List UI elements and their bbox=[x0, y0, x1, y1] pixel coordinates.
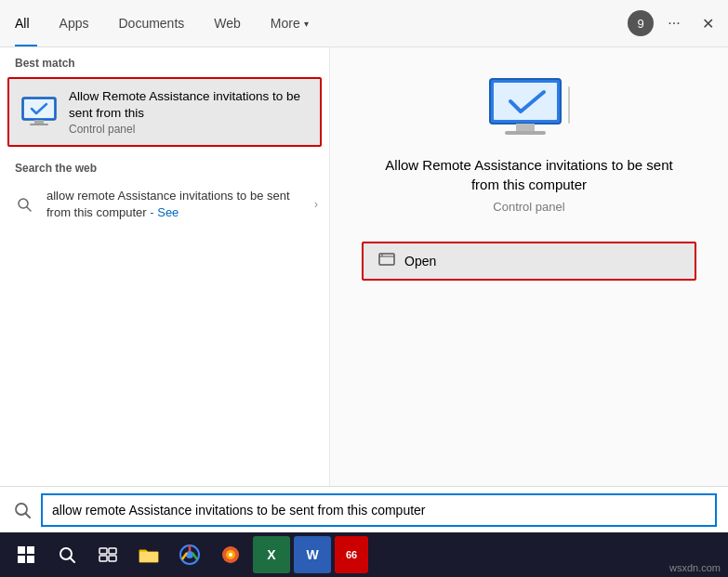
start-button[interactable] bbox=[7, 536, 45, 573]
search-bar-icon bbox=[11, 502, 33, 518]
svg-rect-7 bbox=[494, 83, 557, 120]
svg-line-15 bbox=[26, 514, 30, 518]
window-icon bbox=[378, 253, 395, 266]
svg-rect-22 bbox=[99, 548, 107, 554]
svg-rect-9 bbox=[505, 131, 546, 135]
search-icon bbox=[14, 502, 31, 518]
excel-icon: X bbox=[267, 547, 275, 562]
taskbar: X W 66 wsxdn.com bbox=[0, 532, 728, 577]
tab-more-label: More bbox=[271, 16, 300, 31]
svg-rect-23 bbox=[109, 548, 116, 554]
tab-documents-label: Documents bbox=[118, 16, 184, 31]
svg-rect-25 bbox=[109, 556, 116, 561]
taskview-icon bbox=[99, 547, 117, 562]
svg-rect-10 bbox=[568, 86, 570, 124]
word-icon: W bbox=[306, 547, 318, 562]
best-match-app-icon bbox=[20, 94, 58, 131]
open-button-wrapper: Open bbox=[362, 242, 696, 281]
web-result-item[interactable]: allow remote Assistance invitations to b… bbox=[0, 178, 329, 230]
taskbar-app7-button[interactable]: 66 bbox=[335, 536, 368, 573]
taskbar-search-icon bbox=[59, 546, 75, 563]
open-button-label: Open bbox=[404, 254, 436, 269]
web-search-icon bbox=[11, 191, 37, 217]
close-icon: ✕ bbox=[702, 15, 714, 33]
tab-web[interactable]: Web bbox=[199, 0, 256, 46]
right-panel: Allow Remote Assistance invitations to b… bbox=[330, 47, 728, 486]
search-input[interactable] bbox=[41, 493, 717, 527]
content-area: Best match Allow Remote bbox=[0, 47, 728, 486]
monitor-icon bbox=[20, 96, 58, 129]
taskbar-firefox-button[interactable] bbox=[212, 536, 249, 573]
more-dropdown-arrow: ▾ bbox=[304, 19, 309, 29]
svg-line-5 bbox=[27, 207, 31, 211]
search-circle-icon bbox=[17, 197, 32, 212]
chrome-icon bbox=[179, 544, 200, 565]
notification-badge[interactable]: 9 bbox=[628, 10, 654, 36]
svg-line-21 bbox=[70, 557, 74, 562]
app7-icon: 66 bbox=[346, 549, 357, 560]
svg-point-14 bbox=[16, 504, 27, 515]
result-title: Allow Remote Assistance invitations to b… bbox=[380, 155, 678, 194]
tab-web-label: Web bbox=[214, 16, 241, 31]
svg-rect-24 bbox=[99, 556, 107, 561]
web-result-arrow-icon: › bbox=[314, 198, 318, 211]
svg-rect-16 bbox=[18, 546, 25, 554]
svg-rect-26 bbox=[139, 552, 158, 562]
file-explorer-icon bbox=[139, 546, 159, 563]
badge-count: 9 bbox=[637, 17, 643, 31]
search-window: All Apps Documents Web More ▾ 9 ··· ✕ bbox=[0, 0, 728, 577]
svg-point-28 bbox=[186, 551, 193, 558]
svg-rect-17 bbox=[27, 546, 34, 554]
svg-line-30 bbox=[182, 553, 187, 559]
svg-rect-3 bbox=[30, 124, 48, 125]
web-result-text: allow remote Assistance invitations to b… bbox=[46, 188, 307, 221]
svg-rect-1 bbox=[24, 99, 54, 118]
tab-all[interactable]: All bbox=[7, 0, 45, 46]
best-match-label: Best match bbox=[0, 47, 329, 73]
svg-rect-8 bbox=[516, 124, 535, 131]
best-match-subtitle: Control panel bbox=[69, 123, 309, 136]
firefox-icon bbox=[220, 544, 241, 565]
tab-apps[interactable]: Apps bbox=[45, 0, 104, 46]
taskbar-excel-button[interactable]: X bbox=[253, 536, 290, 573]
taskbar-word-button[interactable]: W bbox=[294, 536, 331, 573]
watermark: wsxdn.com bbox=[669, 562, 721, 573]
best-match-item[interactable]: Allow Remote Assistance invitations to b… bbox=[7, 77, 322, 147]
svg-rect-2 bbox=[34, 120, 44, 124]
search-web-label: Search the web bbox=[0, 151, 329, 178]
open-button-icon bbox=[378, 253, 395, 269]
result-icon-large bbox=[487, 75, 571, 140]
svg-point-34 bbox=[229, 553, 232, 557]
result-source: Control panel bbox=[493, 200, 564, 214]
nav-right-controls: 9 ··· ✕ bbox=[628, 10, 721, 36]
svg-rect-11 bbox=[379, 254, 394, 265]
taskbar-chrome-button[interactable] bbox=[171, 536, 208, 573]
left-panel: Best match Allow Remote bbox=[0, 47, 330, 486]
open-button[interactable]: Open bbox=[364, 243, 695, 279]
windows-icon bbox=[17, 545, 35, 564]
taskbar-file-explorer-button[interactable] bbox=[130, 536, 167, 573]
taskbar-taskview-button[interactable] bbox=[89, 536, 126, 573]
large-monitor-icon bbox=[488, 77, 570, 138]
ellipsis-button[interactable]: ··· bbox=[661, 10, 687, 36]
nav-tabs: All Apps Documents Web More ▾ 9 ··· ✕ bbox=[0, 0, 728, 47]
best-match-text-block: Allow Remote Assistance invitations to b… bbox=[69, 88, 309, 136]
tab-all-label: All bbox=[15, 16, 30, 31]
tab-more[interactable]: More ▾ bbox=[256, 0, 324, 46]
tab-documents[interactable]: Documents bbox=[103, 0, 199, 46]
web-result-see-link: - See bbox=[150, 205, 179, 219]
best-match-title: Allow Remote Assistance invitations to b… bbox=[69, 88, 309, 121]
svg-rect-19 bbox=[27, 556, 34, 563]
close-button[interactable]: ✕ bbox=[695, 10, 721, 36]
svg-line-31 bbox=[192, 553, 197, 559]
svg-rect-18 bbox=[18, 556, 25, 563]
taskbar-search-button[interactable] bbox=[48, 536, 86, 573]
search-bar-area bbox=[0, 486, 728, 532]
tab-apps-label: Apps bbox=[60, 16, 89, 31]
ellipsis-icon: ··· bbox=[668, 15, 680, 32]
